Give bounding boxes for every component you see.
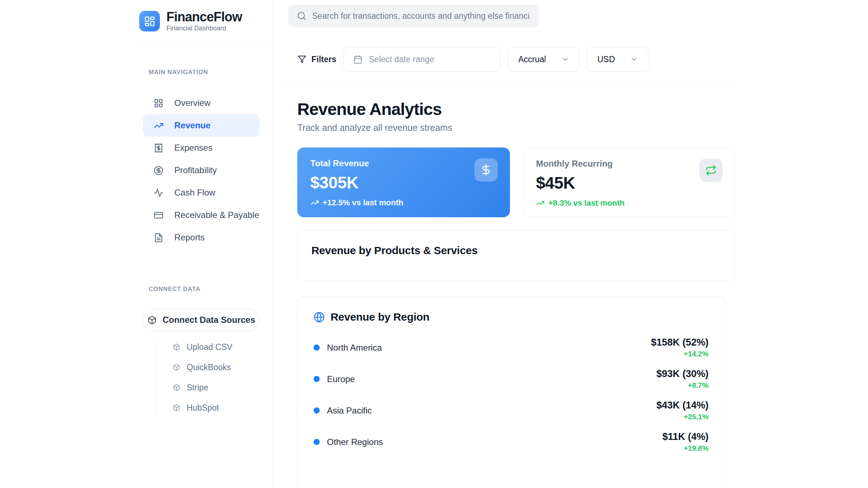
data-source-hubspot[interactable]: HubSpot xyxy=(173,398,260,418)
data-source-upload-csv[interactable]: Upload CSV xyxy=(173,337,260,357)
funnel-icon xyxy=(298,55,306,64)
region-name: Other Regions xyxy=(314,437,383,447)
date-range-picker[interactable]: Select date range xyxy=(344,47,501,72)
total-revenue-card: Total Revenue $305K +12.5% vs last month xyxy=(297,147,510,217)
credit-card-icon xyxy=(154,210,163,220)
revenue-region-card: Revenue by Region North America $158K (5… xyxy=(297,296,725,488)
repeat-icon xyxy=(705,164,717,176)
search-input[interactable] xyxy=(312,11,530,21)
brand-name: FinanceFlow xyxy=(166,10,242,24)
sidebar: FinanceFlow Financial Dashboard MAIN NAV… xyxy=(135,0,273,488)
region-row-asia-pacific: Asia Pacific $43K (14%) +25.1% xyxy=(314,395,709,426)
sidebar-item-revenue[interactable]: Revenue xyxy=(143,114,260,137)
sidebar-item-expenses[interactable]: Expenses xyxy=(143,137,260,159)
app-logo xyxy=(139,11,160,31)
dollar-icon xyxy=(480,164,492,176)
currency-value: USD xyxy=(597,55,615,64)
grid-icon xyxy=(154,98,163,108)
sidebar-item-overview[interactable]: Overview xyxy=(143,92,260,114)
sidebar-item-receivable-payable[interactable]: Receivable & Payable xyxy=(143,204,260,226)
sidebar-item-label: Receivable & Payable xyxy=(174,210,259,220)
stat-delta-text: +8.3% vs last month xyxy=(548,198,625,208)
data-source-label: Stripe xyxy=(187,383,208,393)
page-subtitle: Track and analyze all revenue streams xyxy=(297,123,735,133)
stat-label: Monthly Recurring xyxy=(536,159,722,169)
stat-value: $305K xyxy=(310,173,497,192)
region-value: $93K (30%) xyxy=(656,368,709,380)
data-source-quickbooks[interactable]: QuickBooks xyxy=(173,357,260,377)
filters-label: Filters xyxy=(311,55,336,64)
stat-label: Total Revenue xyxy=(310,158,497,168)
brand-text: FinanceFlow Financial Dashboard xyxy=(166,10,242,33)
package-icon xyxy=(148,316,157,325)
page-content: Revenue Analytics Track and analyze all … xyxy=(273,87,735,488)
region-delta: +14.2% xyxy=(651,350,709,358)
data-source-stripe[interactable]: Stripe xyxy=(173,377,260,398)
region-label: Europe xyxy=(327,374,355,384)
data-source-label: QuickBooks xyxy=(187,363,231,372)
region-delta: +19.8% xyxy=(662,444,709,453)
date-range-placeholder: Select date range xyxy=(369,55,434,64)
package-icon xyxy=(173,343,180,351)
bullet-dot-icon xyxy=(314,439,320,445)
sidebar-item-profitability[interactable]: Profitability xyxy=(143,159,260,181)
region-row-other-regions: Other Regions $11K (4%) +19.8% xyxy=(314,426,709,458)
receipt-icon xyxy=(154,143,163,153)
connect-button-label: Connect Data Sources xyxy=(162,315,255,325)
region-card-header: Revenue by Region xyxy=(314,311,709,323)
region-value: $11K (4%) xyxy=(662,431,709,442)
region-metrics: $43K (14%) +25.1% xyxy=(656,400,709,421)
search-icon xyxy=(297,11,306,21)
file-text-icon xyxy=(154,233,163,243)
region-metrics: $11K (4%) +19.8% xyxy=(662,431,709,453)
region-value: $158K (52%) xyxy=(651,337,709,348)
stat-delta: +12.5% vs last month xyxy=(310,198,497,207)
currency-select[interactable]: USD xyxy=(587,47,649,72)
main-area: Filters Select date range Accrual USD Re… xyxy=(273,0,735,488)
package-icon xyxy=(173,364,180,371)
calendar-icon xyxy=(353,55,362,64)
sidebar-item-label: Overview xyxy=(174,98,210,108)
region-value: $43K (14%) xyxy=(656,400,709,411)
region-label: Asia Pacific xyxy=(327,406,372,416)
region-name: Europe xyxy=(314,374,355,384)
filters-toggle[interactable]: Filters xyxy=(298,55,336,64)
sidebar-item-reports[interactable]: Reports xyxy=(143,226,260,249)
data-source-list: Upload CSV QuickBooks Stripe HubSpot xyxy=(157,337,260,418)
data-source-label: Upload CSV xyxy=(187,342,233,352)
region-row-europe: Europe $93K (30%) +8.7% xyxy=(314,363,709,395)
global-search[interactable] xyxy=(288,5,539,27)
stat-delta: +8.3% vs last month xyxy=(536,198,722,208)
accounting-basis-select[interactable]: Accrual xyxy=(508,47,580,72)
stat-cards: Total Revenue $305K +12.5% vs last month… xyxy=(297,147,735,217)
filters-bar: Filters Select date range Accrual USD xyxy=(273,32,735,87)
revenue-products-card: Revenue by Products & Services xyxy=(297,230,735,281)
region-label: North America xyxy=(327,343,382,353)
sidebar-item-label: Revenue xyxy=(174,120,210,130)
bullet-dot-icon xyxy=(314,344,320,351)
products-card-title: Revenue by Products & Services xyxy=(311,244,721,257)
brand-tagline: Financial Dashboard xyxy=(166,25,242,32)
bullet-dot-icon xyxy=(314,376,320,382)
region-card-title: Revenue by Region xyxy=(331,311,429,323)
chevron-down-icon xyxy=(561,55,569,63)
sidebar-item-label: Reports xyxy=(174,232,205,243)
trending-up-icon xyxy=(154,121,163,130)
sidebar-item-label: Expenses xyxy=(174,143,212,153)
bullet-dot-icon xyxy=(314,407,320,414)
sidebar-item-cash-flow[interactable]: Cash Flow xyxy=(143,181,260,204)
region-rows: North America $158K (52%) +14.2% Europe xyxy=(314,332,709,458)
package-icon xyxy=(173,404,180,411)
region-delta: +8.7% xyxy=(656,381,709,390)
package-icon xyxy=(173,384,180,391)
accounting-basis-value: Accrual xyxy=(518,55,546,64)
app-root: FinanceFlow Financial Dashboard MAIN NAV… xyxy=(0,0,868,488)
globe-icon xyxy=(314,312,325,323)
connect-data-sources-button[interactable]: Connect Data Sources xyxy=(143,309,260,331)
nav-section-label: MAIN NAVIGATION xyxy=(143,69,260,76)
monthly-recurring-card: Monthly Recurring $45K +8.3% vs last mon… xyxy=(523,147,735,217)
stat-badge xyxy=(475,158,498,181)
trending-up-icon xyxy=(310,198,319,207)
region-metrics: $158K (52%) +14.2% xyxy=(651,337,709,358)
region-label: Other Regions xyxy=(327,437,383,447)
